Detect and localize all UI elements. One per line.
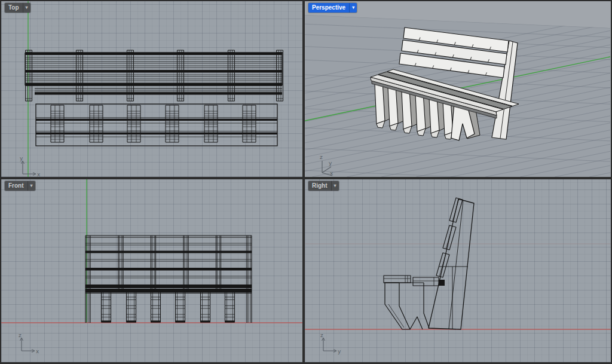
bench-top-wireframe [25, 50, 283, 146]
cplane-axis-gizmo: z y [320, 332, 341, 354]
chevron-down-icon: ▾ [26, 3, 28, 13]
viewport-right[interactable]: z y Right ▾ [305, 179, 611, 362]
axis-label-z: z [19, 332, 22, 338]
top-view-canvas[interactable]: y x [1, 1, 302, 177]
axis-label-x: x [330, 170, 333, 176]
axis-label-y: y [329, 160, 332, 166]
right-view-canvas[interactable]: z y [305, 179, 611, 362]
viewport-menu-button[interactable]: ▾ [23, 3, 30, 13]
viewport-top[interactable]: y x Top ▾ [1, 1, 302, 177]
viewport-menu-button[interactable]: ▾ [349, 3, 357, 13]
viewport-tab-front[interactable]: Front ▾ [5, 181, 35, 191]
bench-front-wireframe [85, 235, 252, 323]
viewport-title[interactable]: Front [5, 181, 27, 191]
cplane-axis-gizmo: y x [20, 155, 41, 177]
viewport-menu-button[interactable]: ▾ [331, 181, 339, 191]
viewport-menu-button[interactable]: ▾ [27, 181, 35, 191]
axis-label-y: y [20, 155, 23, 161]
viewport-title[interactable]: Perspective [308, 3, 349, 13]
viewport-perspective[interactable]: z y x Perspective ▾ [305, 1, 611, 177]
viewport-front[interactable]: z x Front ▾ [1, 179, 302, 362]
axis-label-y: y [338, 348, 341, 354]
viewport-tab-perspective[interactable]: Perspective ▾ [308, 3, 357, 13]
cplane-axis-gizmo: z x [19, 332, 39, 354]
perspective-view-canvas[interactable]: z y x [305, 1, 611, 177]
bench-right-wireframe [384, 198, 474, 329]
axis-label-x: x [36, 348, 39, 354]
rhino-four-viewport-layout: y x Top ▾ [0, 0, 612, 364]
viewport-title[interactable]: Right [308, 181, 331, 191]
viewport-tab-right[interactable]: Right ▾ [308, 181, 339, 191]
front-view-canvas[interactable]: z x [1, 179, 302, 362]
viewport-title[interactable]: Top [5, 3, 23, 13]
chevron-down-icon: ▾ [352, 3, 354, 13]
axis-label-x: x [37, 172, 41, 177]
axis-label-z: z [320, 154, 323, 160]
chevron-down-icon: ▾ [30, 181, 33, 191]
chevron-down-icon: ▾ [334, 181, 336, 191]
viewport-tab-top[interactable]: Top ▾ [5, 3, 30, 13]
axis-label-z: z [320, 332, 323, 338]
